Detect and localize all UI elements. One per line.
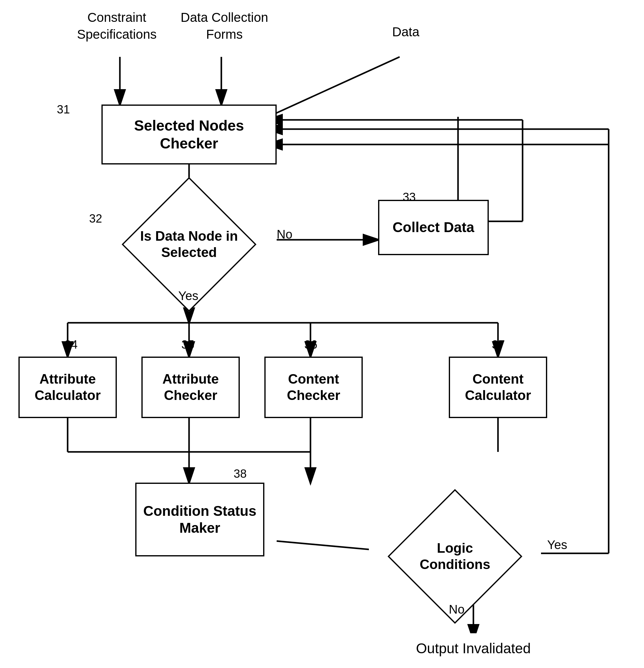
node36-label: 36 <box>304 338 317 351</box>
node38-label: 38 <box>234 467 247 481</box>
no-label-2: No <box>449 603 464 616</box>
selected-nodes-checker-box: Selected NodesChecker <box>102 105 277 165</box>
flowchart-diagram: ConstraintSpecifications Data Collection… <box>0 0 644 668</box>
node31-label: 31 <box>57 103 70 116</box>
node32-label: 32 <box>89 212 102 225</box>
yes-label-2: Yes <box>547 538 567 552</box>
node35-label: 35 <box>181 338 194 351</box>
content-checker-box: ContentChecker <box>264 356 363 418</box>
is-data-node-diamond: Is Data Node inSelected <box>102 201 277 287</box>
output-invalidated-box: Output Invalidated <box>390 633 556 664</box>
svg-line-3 <box>261 57 400 120</box>
logic-conditions-diamond: LogicConditions <box>369 510 541 603</box>
node34-label: 34 <box>64 338 77 351</box>
attribute-calculator-box: AttributeCalculator <box>18 356 117 418</box>
attribute-checker-box: AttributeChecker <box>141 356 240 418</box>
collect-data-box: Collect Data <box>378 200 489 255</box>
content-calculator-box: ContentCalculator <box>449 356 547 418</box>
constraint-specs-label: ConstraintSpecifications <box>74 9 160 43</box>
node37-label: 37 <box>492 338 505 351</box>
data-collection-forms-label: Data CollectionForms <box>178 9 271 43</box>
no-label-1: No <box>277 227 292 241</box>
data-label: Data <box>381 25 430 39</box>
condition-status-maker-box: Condition StatusMaker <box>135 483 264 557</box>
yes-label-1: Yes <box>178 289 198 303</box>
